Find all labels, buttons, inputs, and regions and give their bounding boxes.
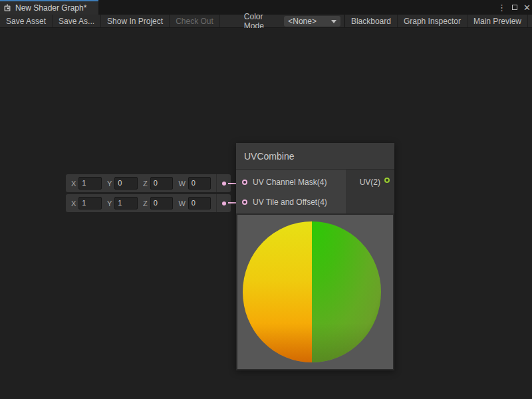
y-field[interactable]: 1 (114, 197, 138, 209)
z-label: Z (143, 200, 148, 207)
input-port-uv-tile-offset[interactable] (242, 200, 247, 205)
save-asset-button[interactable]: Save Asset (0, 15, 53, 27)
input-port-row-1: UV Tile and Offset(4) (236, 192, 346, 212)
node-body: UV Channel Mask(4) UV Tile and Offset(4)… (236, 170, 394, 213)
vector4-input-row-0: X 1 Y 0 Z 0 W 0 (66, 174, 231, 192)
window-controls: ⋮ ✕ (497, 0, 531, 15)
show-in-project-button[interactable]: Show In Project (101, 15, 170, 27)
vector4-output-port[interactable] (222, 182, 226, 186)
x-field[interactable]: 1 (78, 197, 102, 209)
y-label: Y (107, 200, 112, 207)
input-port-label: UV Channel Mask(4) (253, 178, 327, 187)
node-uvcombine[interactable]: UVCombine UV Channel Mask(4) UV Tile and… (236, 143, 394, 370)
w-label: W (178, 180, 185, 188)
graph-inspector-button[interactable]: Graph Inspector (398, 15, 467, 27)
y-label: Y (107, 180, 112, 188)
save-as-button[interactable]: Save As... (53, 15, 101, 27)
z-label: Z (143, 180, 148, 188)
input-port-row-0: UV Channel Mask(4) (236, 172, 346, 192)
chevron-down-icon (331, 20, 336, 23)
color-mode-value: <None> (288, 17, 317, 26)
shader-graph-icon (3, 4, 11, 12)
output-port-label: UV(2) (360, 178, 380, 213)
more-icon[interactable]: ⋮ (497, 3, 506, 12)
graph-canvas[interactable]: X 1 Y 0 Z 0 W 0 X 1 Y 1 Z 0 W 0 UVCombin… (0, 28, 532, 399)
x-label: X (71, 200, 76, 207)
node-input-column: UV Channel Mask(4) UV Tile and Offset(4) (236, 170, 346, 213)
node-title[interactable]: UVCombine (236, 143, 394, 170)
z-field[interactable]: 0 (150, 177, 174, 190)
toolbar-right-group: Blackboard Graph Inspector Main Preview (344, 15, 528, 27)
close-icon[interactable]: ✕ (523, 3, 531, 12)
vector4-input-row-1: X 1 Y 1 Z 0 W 0 (66, 194, 231, 212)
check-out-button: Check Out (170, 15, 220, 27)
node-preview (237, 215, 393, 369)
preview-sphere (243, 221, 381, 362)
maximize-icon[interactable] (512, 5, 517, 10)
input-port-label: UV Tile and Offset(4) (253, 198, 327, 207)
z-field[interactable]: 0 (150, 197, 174, 209)
sphere-shading-overlay (243, 221, 381, 362)
main-preview-button[interactable]: Main Preview (467, 15, 528, 27)
output-port-uv[interactable] (384, 178, 390, 183)
blackboard-button[interactable]: Blackboard (345, 15, 398, 27)
w-field[interactable]: 0 (188, 177, 211, 190)
y-field[interactable]: 0 (114, 177, 138, 190)
toolbar: Save Asset Save As... Show In Project Ch… (0, 15, 532, 28)
color-mode-group: Color Mode <None> (244, 15, 344, 27)
x-label: X (71, 180, 76, 188)
tab-title: New Shader Graph* (15, 3, 86, 13)
input-port-uv-channel-mask[interactable] (242, 180, 247, 185)
tab-new-shader-graph[interactable]: New Shader Graph* (0, 0, 98, 15)
vector4-output-port[interactable] (222, 201, 226, 205)
w-field[interactable]: 0 (188, 197, 211, 209)
color-mode-dropdown[interactable]: <None> (284, 16, 340, 27)
x-field[interactable]: 1 (78, 177, 102, 190)
node-output-column: UV(2) (346, 170, 394, 213)
w-label: W (178, 200, 185, 207)
